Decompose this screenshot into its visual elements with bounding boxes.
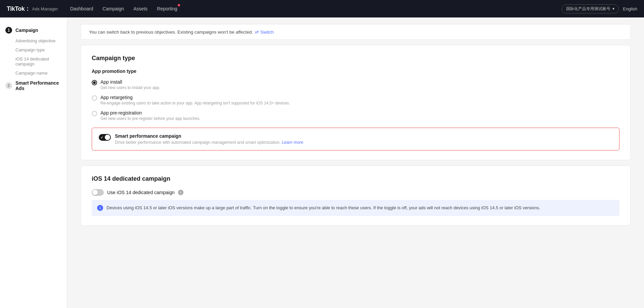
radio-app-install[interactable]: [92, 80, 97, 85]
ios14-info-text: Devices using iOS 14.5 or later iOS vers…: [106, 205, 540, 211]
campaign-type-card: Campaign type App promotion type App ins…: [81, 45, 631, 160]
radio-label-app-retargeting: App retargeting: [100, 95, 290, 100]
sidebar-num-campaign: 1: [5, 27, 12, 34]
top-navigation: TikTok : Ads Manager Dashboard Campaign …: [0, 0, 644, 17]
nav-reporting[interactable]: Reporting: [157, 5, 177, 13]
switch-banner-text: You can switch back to previous objectiv…: [89, 30, 253, 35]
radio-desc-app-pre-reg: Get new users to pre-register before you…: [100, 116, 201, 121]
language-selector[interactable]: English: [623, 6, 637, 11]
smart-perf-toggle-container[interactable]: ✓: [99, 134, 111, 141]
radio-desc-app-install: Get new users to install your app.: [100, 85, 160, 90]
app-promotion-label: App promotion type: [92, 69, 619, 74]
topnav-right: 国际化产品专用测试账号 ▾ English: [562, 4, 637, 13]
main-content: You can switch back to previous objectiv…: [67, 17, 644, 308]
logo-colon: :: [27, 5, 29, 12]
radio-app-pre-registration[interactable]: [92, 111, 97, 116]
switch-label: Switch: [260, 30, 274, 35]
option-app-pre-registration[interactable]: App pre-registration Get new users to pr…: [92, 110, 619, 121]
option-app-install[interactable]: App install Get new users to install you…: [92, 79, 619, 90]
radio-desc-app-retargeting: Re-engage existing users to take action …: [100, 101, 290, 105]
radio-label-app-pre-reg: App pre-registration: [100, 110, 201, 116]
toggle-thumb: [105, 135, 110, 140]
sidebar-sub-ios14[interactable]: iOS 14 dedicated campaign: [0, 54, 67, 69]
ios14-card: iOS 14 dedicated campaign Use iOS 14 ded…: [81, 166, 631, 226]
ios14-toggle-row: Use iOS 14 dedicated campaign i: [92, 189, 619, 196]
sidebar-sub-campaign-name[interactable]: Campaign name: [0, 69, 67, 78]
ios14-toggle-label: Use iOS 14 dedicated campaign: [107, 190, 175, 195]
sidebar: 1 Campaign Advertising objective Campaig…: [0, 17, 67, 308]
nav-assets[interactable]: Assets: [133, 5, 147, 13]
sidebar-label-campaign: Campaign: [15, 28, 38, 33]
nav-campaign[interactable]: Campaign: [102, 5, 124, 13]
ios14-title: iOS 14 dedicated campaign: [92, 175, 619, 182]
nav-items: Dashboard Campaign Assets Reporting: [70, 5, 562, 13]
toggle-check-icon: ✓: [100, 136, 103, 139]
ios14-info-circle-icon: i: [97, 205, 103, 211]
sidebar-label-smart-perf: Smart Performance Ads: [15, 80, 61, 91]
ios14-toggle-thumb: [92, 190, 98, 195]
smart-perf-learn-more[interactable]: Learn more: [282, 140, 303, 145]
ios14-toggle[interactable]: [92, 189, 104, 196]
ios14-info-box: i Devices using iOS 14.5 or later iOS ve…: [92, 200, 619, 216]
sidebar-item-smart-performance[interactable]: 2 Smart Performance Ads: [0, 78, 67, 94]
option-app-retargeting[interactable]: App retargeting Re-engage existing users…: [92, 95, 619, 105]
radio-app-retargeting[interactable]: [92, 95, 97, 101]
sidebar-item-campaign[interactable]: 1 Campaign: [0, 24, 67, 36]
radio-label-app-install: App install: [100, 79, 160, 85]
ios14-info-icon[interactable]: i: [178, 190, 183, 195]
nav-dashboard[interactable]: Dashboard: [70, 5, 93, 13]
switch-link[interactable]: ⇄ Switch: [255, 29, 274, 35]
account-selector[interactable]: 国际化产品专用测试账号 ▾: [562, 4, 619, 13]
smart-perf-desc: Drive better performance with automated …: [115, 140, 303, 145]
logo[interactable]: TikTok : Ads Manager: [7, 5, 58, 12]
logo-ads-manager: Ads Manager: [32, 6, 58, 11]
smart-perf-title: Smart performance campaign: [115, 133, 303, 139]
smart-performance-box: ✓ Smart performance campaign Drive bette…: [92, 128, 619, 150]
chevron-down-icon: ▾: [612, 6, 614, 11]
logo-tiktok: TikTok: [7, 5, 25, 12]
sidebar-num-smart-perf: 2: [5, 82, 12, 89]
switch-icon: ⇄: [255, 29, 259, 35]
switch-banner: You can switch back to previous objectiv…: [81, 24, 631, 40]
smart-perf-toggle[interactable]: ✓: [99, 134, 111, 141]
sidebar-sub-campaign-type[interactable]: Campaign type: [0, 45, 67, 54]
main-layout: 1 Campaign Advertising objective Campaig…: [0, 17, 644, 308]
reporting-notification-dot: [178, 4, 180, 6]
sidebar-sub-advertising-objective[interactable]: Advertising objective: [0, 36, 67, 45]
campaign-type-title: Campaign type: [92, 55, 619, 62]
